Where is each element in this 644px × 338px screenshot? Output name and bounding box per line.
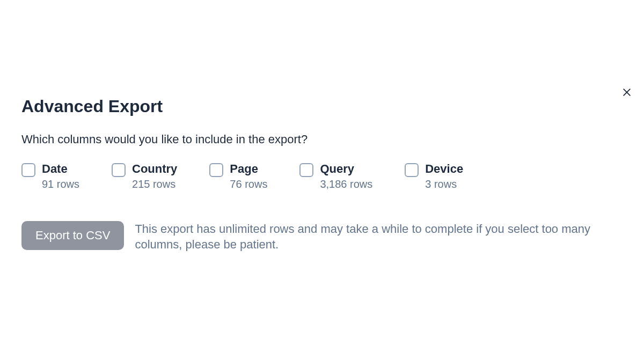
column-labels: Country 215 rows [132, 161, 177, 191]
dialog-title: Advanced Export [21, 97, 623, 116]
column-labels: Query 3,186 rows [320, 161, 372, 191]
dialog-subtitle: Which columns would you like to include … [21, 133, 623, 146]
checkbox-date[interactable] [21, 163, 35, 177]
checkbox-country[interactable] [112, 163, 126, 177]
column-rows: 76 rows [230, 177, 267, 191]
column-name: Device [425, 161, 463, 177]
columns-row: Date 91 rows Country 215 rows Page 76 ro… [21, 161, 623, 191]
close-icon [621, 87, 632, 100]
column-rows: 3,186 rows [320, 177, 372, 191]
close-button[interactable] [619, 86, 634, 101]
column-name: Date [42, 161, 79, 177]
column-name: Country [132, 161, 177, 177]
column-rows: 91 rows [42, 177, 79, 191]
column-labels: Device 3 rows [425, 161, 463, 191]
advanced-export-dialog: Advanced Export Which columns would you … [0, 0, 644, 274]
column-rows: 215 rows [132, 177, 177, 191]
checkbox-device[interactable] [405, 163, 419, 177]
column-rows: 3 rows [425, 177, 463, 191]
column-name: Query [320, 161, 372, 177]
column-option-country[interactable]: Country 215 rows [112, 161, 177, 191]
action-row: Export to CSV This export has unlimited … [21, 221, 623, 253]
column-option-device[interactable]: Device 3 rows [405, 161, 463, 191]
column-labels: Page 76 rows [230, 161, 267, 191]
column-name: Page [230, 161, 267, 177]
column-option-page[interactable]: Page 76 rows [209, 161, 267, 191]
export-to-csv-button[interactable]: Export to CSV [21, 221, 124, 250]
export-note: This export has unlimited rows and may t… [135, 221, 607, 253]
column-labels: Date 91 rows [42, 161, 79, 191]
checkbox-page[interactable] [209, 163, 223, 177]
checkbox-query[interactable] [299, 163, 313, 177]
column-option-date[interactable]: Date 91 rows [21, 161, 79, 191]
column-option-query[interactable]: Query 3,186 rows [299, 161, 372, 191]
